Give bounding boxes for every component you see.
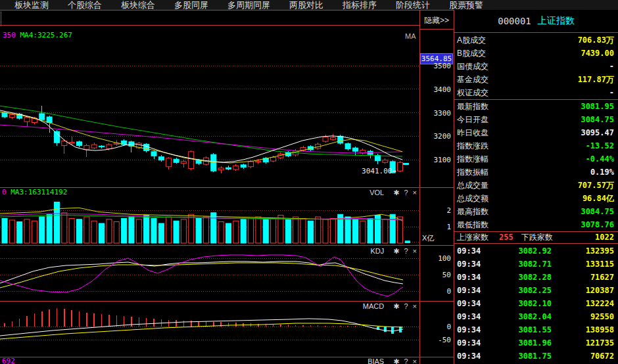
quote-value: 3081.95 <box>581 102 614 111</box>
bias-panel-header: BIAS✱?× <box>0 357 417 364</box>
tick-volume: 133115 <box>552 260 618 269</box>
price-tick-3400: 3400 <box>421 85 451 94</box>
tick-row[interactable]: 09:343082.25120387 <box>454 284 618 297</box>
tick-time: 09:34 <box>454 352 494 361</box>
bias-help-icon[interactable]: ? <box>404 357 408 364</box>
main-indicator-label: 350 MA4:3225.267 <box>3 32 72 39</box>
kdj-close-icon[interactable]: × <box>413 247 417 255</box>
quote-value: 707.57万 <box>578 180 614 191</box>
tick-price: 3082.71 <box>494 260 552 269</box>
low-price-annotation: 3041.00→ <box>339 167 396 175</box>
quote-value: -0.44% <box>586 154 614 164</box>
quote-value: - <box>609 62 614 71</box>
macd-panel-title: MACD <box>363 302 384 310</box>
bias-close-icon[interactable]: × <box>413 357 417 364</box>
tick-price: 3081.75 <box>494 352 552 361</box>
quote-value: 3078.76 <box>581 220 614 229</box>
quote-row: 权证成交- <box>454 86 618 99</box>
bias-panel-title: BIAS <box>368 357 384 364</box>
macd-panel-header: MACD✱?× <box>0 302 417 311</box>
decliners-label: 下跌家数 <box>521 232 553 243</box>
vol-close-icon[interactable]: × <box>413 189 417 196</box>
kdj-panel-title: KDJ <box>370 247 384 255</box>
main-indicator-prefix: 350 <box>3 31 16 39</box>
tick-row[interactable]: 09:343082.2871627 <box>454 271 618 284</box>
tick-row[interactable]: 09:343081.55138958 <box>454 323 618 336</box>
tick-volume: 121735 <box>552 338 618 348</box>
quote-panel: 000001 上证指数 A股成交706.83万 B股成交7439.00 国债成交… <box>454 10 618 364</box>
quote-label: 指数涨跌 <box>457 141 488 152</box>
quote-value: -13.52 <box>586 141 614 150</box>
tick-row[interactable]: 09:343082.71133115 <box>454 258 618 271</box>
quote-row: 最低指数3078.76 <box>454 218 618 231</box>
quote-value: 7439.00 <box>581 49 614 58</box>
tick-price: 3082.25 <box>494 286 552 295</box>
tick-time: 09:34 <box>454 312 494 321</box>
tick-time: 09:34 <box>454 338 494 348</box>
price-tick-3100: 3100 <box>421 156 451 164</box>
vol-settings-icon[interactable]: ✱ <box>393 189 399 196</box>
macd-close-icon[interactable]: × <box>413 302 417 310</box>
tick-time: 09:34 <box>454 286 494 295</box>
price-tick-3300: 3300 <box>421 109 451 118</box>
quote-label: 总成交额 <box>457 193 488 204</box>
kdj-tick-50: 50 <box>421 271 451 279</box>
tick-row[interactable]: 09:343082.10132224 <box>454 297 618 310</box>
tick-price: 3082.04 <box>494 312 552 321</box>
quote-row: 总成交量707.57万 <box>454 179 618 192</box>
quote-value: 96.84亿 <box>582 193 614 204</box>
tick-price: 3082.10 <box>494 299 552 308</box>
kdj-panel-header: KDJ✱?× <box>0 247 417 256</box>
tick-row[interactable]: 09:343081.7570672 <box>454 350 618 363</box>
quote-row: 指数涨跌-13.52 <box>454 139 618 152</box>
tick-time: 09:34 <box>454 299 494 308</box>
tick-row[interactable]: 09:343081.96121735 <box>454 336 618 350</box>
tick-price: 3081.96 <box>494 338 552 348</box>
vol-panel-header: VOL✱?× <box>0 189 417 197</box>
quote-row: 国债成交- <box>454 60 618 73</box>
quote-row: 最高指数3084.75 <box>454 205 618 218</box>
quote-label: 今日开盘 <box>457 114 488 125</box>
macd-settings-icon[interactable]: ✱ <box>393 302 399 310</box>
tick-volume: 70672 <box>552 352 618 361</box>
quote-value: - <box>609 88 614 97</box>
stock-name[interactable]: 上证指数 <box>538 15 575 27</box>
quote-label: 权证成交 <box>457 87 488 99</box>
vol-tick-2: 2 <box>421 206 451 215</box>
decliners-count: 1022 <box>553 233 614 242</box>
tick-time: 09:34 <box>454 260 494 269</box>
tick-time: 09:34 <box>454 246 494 256</box>
quote-label: 最低指数 <box>457 219 488 231</box>
main-ma-label: MA4:3225.267 <box>20 31 72 39</box>
quote-group-index: 最新指数3081.95 今日开盘3084.75 昨日收盘3095.47 指数涨跌… <box>454 100 618 192</box>
tick-row[interactable]: 09:343082.0492550 <box>454 310 618 323</box>
quote-label: 指数涨幅 <box>457 154 488 165</box>
vol-help-icon[interactable]: ? <box>404 189 408 196</box>
quote-label: 最高指数 <box>457 206 488 217</box>
kdj-settings-icon[interactable]: ✱ <box>393 247 399 255</box>
quote-row: B股成交7439.00 <box>454 47 618 60</box>
quote-value: 3084.75 <box>581 207 614 216</box>
quote-row: 指数振幅0.19% <box>454 166 618 179</box>
vol-unit-label: X亿 <box>422 234 434 242</box>
quote-row: 基金成交117.87万 <box>454 73 618 86</box>
quote-row: 总成交额96.84亿 <box>454 192 618 205</box>
tick-price: 3082.92 <box>494 246 552 256</box>
bias-settings-icon[interactable]: ✱ <box>393 357 399 364</box>
tick-time: 09:34 <box>454 273 494 282</box>
quote-label: 指数振幅 <box>457 167 488 178</box>
hide-panel-button[interactable]: 隐藏>> <box>420 15 453 26</box>
kdj-help-icon[interactable]: ? <box>404 247 408 255</box>
macd-help-icon[interactable]: ? <box>404 302 408 310</box>
ma-corner-label: MA <box>405 32 416 40</box>
tick-list: 09:343082.92132395 09:343082.71133115 09… <box>454 244 618 363</box>
quote-value: 3095.47 <box>581 128 614 137</box>
trading-terminal: 板块监测 个股综合 板块综合 多股同屏 多周期同屏 两股对比 指标排序 阶段统计… <box>0 0 618 364</box>
vol-panel-title: VOL <box>369 189 384 196</box>
tick-row[interactable]: 09:343082.92132395 <box>454 244 618 258</box>
quote-row: A股成交706.83万 <box>454 34 618 47</box>
price-tick-3200: 3200 <box>421 132 451 141</box>
advancers-label: 上涨家数 <box>457 232 488 243</box>
tick-price: 3082.28 <box>494 273 552 282</box>
quote-label: A股成交 <box>457 35 486 46</box>
